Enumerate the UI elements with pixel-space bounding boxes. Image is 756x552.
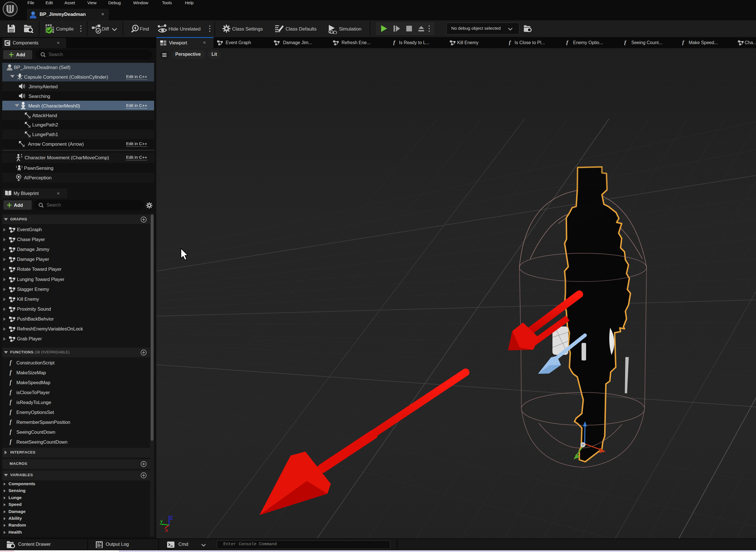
- svg-text:X: X: [165, 528, 168, 533]
- svg-text:Z: Z: [170, 515, 173, 521]
- svg-text:Y: Y: [160, 519, 163, 524]
